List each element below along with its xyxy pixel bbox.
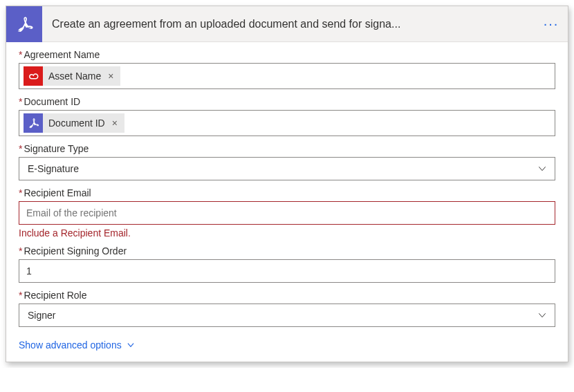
more-options-button[interactable]: ··· <box>535 16 568 32</box>
chevron-down-icon <box>537 163 548 174</box>
card-body: *Agreement Name Asset Name × *Document I… <box>6 42 568 362</box>
field-label: *Recipient Email <box>19 187 555 198</box>
recipient-email-input[interactable] <box>24 205 550 221</box>
field-label: *Recipient Role <box>19 290 555 301</box>
card-title: Create an agreement from an uploaded doc… <box>42 18 535 30</box>
field-recipient-email: *Recipient Email Include a Recipient Ema… <box>19 187 555 239</box>
select-value: E-Signature <box>26 163 79 174</box>
field-label: *Recipient Signing Order <box>19 245 555 256</box>
field-recipient-role: *Recipient Role Signer <box>19 290 555 327</box>
recipient-email-input-wrapper <box>19 201 555 225</box>
connector-icon <box>6 6 42 42</box>
show-advanced-options-link[interactable]: Show advanced options <box>19 339 136 351</box>
token-asset-name[interactable]: Asset Name × <box>24 66 120 86</box>
token-remove-button[interactable]: × <box>111 118 119 129</box>
field-document-id: *Document ID Document ID × <box>19 96 555 136</box>
agreement-name-input[interactable]: Asset Name × <box>19 63 555 89</box>
recipient-order-input-wrapper <box>19 259 555 283</box>
token-label: Document ID <box>48 118 105 129</box>
chevron-down-icon <box>537 310 548 321</box>
action-card: Create an agreement from an uploaded doc… <box>6 6 568 362</box>
document-id-input[interactable]: Document ID × <box>19 110 555 136</box>
token-remove-button[interactable]: × <box>107 71 115 82</box>
field-label: *Signature Type <box>19 143 555 154</box>
token-label: Asset Name <box>48 71 101 82</box>
card-header: Create an agreement from an uploaded doc… <box>6 6 568 42</box>
creative-cloud-icon <box>24 66 43 86</box>
field-label: *Agreement Name <box>19 49 555 60</box>
error-message: Include a Recipient Email. <box>19 227 555 239</box>
field-label: *Document ID <box>19 96 555 107</box>
chevron-down-icon <box>126 340 136 350</box>
field-recipient-order: *Recipient Signing Order <box>19 245 555 283</box>
recipient-role-select[interactable]: Signer <box>19 304 555 327</box>
label-text: Signature Type <box>24 143 89 154</box>
adobe-acrobat-icon <box>15 15 34 34</box>
adobe-acrobat-icon <box>24 113 43 133</box>
label-text: Agreement Name <box>24 49 100 60</box>
label-text: Recipient Role <box>24 290 86 301</box>
link-text: Show advanced options <box>19 339 122 351</box>
field-signature-type: *Signature Type E-Signature <box>19 143 555 180</box>
token-document-id[interactable]: Document ID × <box>24 113 124 133</box>
label-text: Recipient Signing Order <box>24 245 127 256</box>
field-agreement-name: *Agreement Name Asset Name × <box>19 49 555 89</box>
label-text: Recipient Email <box>24 187 91 198</box>
select-value: Signer <box>26 310 55 321</box>
label-text: Document ID <box>24 96 80 107</box>
signature-type-select[interactable]: E-Signature <box>19 157 555 180</box>
recipient-order-input[interactable] <box>24 263 550 279</box>
